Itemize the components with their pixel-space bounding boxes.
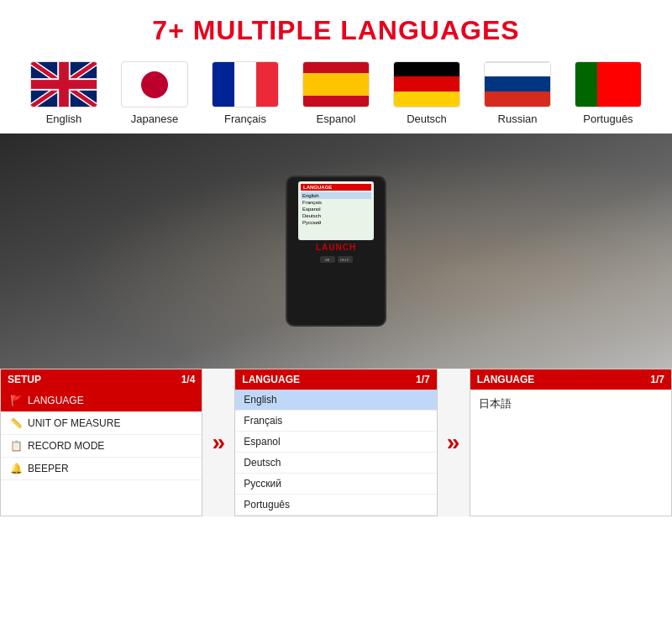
setup-panel-content: 🚩 LANGUAGE 📏 UNIT OF MEASURE 📋 RECORD MO…	[1, 390, 202, 480]
screen-item-english: English	[301, 192, 371, 199]
lang-label-english: English	[244, 394, 276, 406]
device-screen-header: LANGUAGE	[301, 184, 371, 191]
device-brand-label: LAUNCH	[316, 243, 356, 252]
setup-panel: SETUP 1/4 🚩 LANGUAGE 📏 UNIT OF MEASURE 📋…	[0, 369, 202, 516]
record-icon: 📋	[9, 440, 23, 452]
flag-fr-white	[234, 61, 255, 107]
setup-item-record-label: RECORD MODE	[28, 440, 104, 452]
arrow-divider-1: »	[202, 369, 234, 516]
beeper-icon: 🔔	[9, 463, 23, 474]
flag-es-yellow	[302, 73, 370, 95]
flag-ru-white	[484, 62, 551, 76]
car-section: LANGUAGE English Français Espanol Deutsc…	[0, 134, 672, 369]
device-mockup: LANGUAGE English Français Espanol Deutsc…	[286, 175, 386, 327]
device-btn-ok: I/M	[320, 256, 335, 263]
device-buttons: I/M HELP	[320, 256, 353, 263]
setup-panel-header: SETUP 1/4	[1, 369, 202, 390]
flag-item-english: English	[26, 61, 102, 125]
language-panel-1-content: English Français Espanol Deutsch Русский…	[235, 390, 436, 516]
flag-de-gold	[393, 92, 460, 107]
flag-label-portugues: Português	[583, 113, 633, 125]
setup-item-record[interactable]: 📋 RECORD MODE	[1, 435, 202, 458]
flag-pt	[575, 61, 642, 107]
lang-label-russian: Русский	[244, 478, 281, 490]
flag-ru-red	[484, 92, 551, 107]
jp-item-japanese[interactable]: 日本語	[470, 390, 671, 418]
flag-jp	[121, 61, 188, 107]
language-panel-1-header: LANGUAGE 1/7	[235, 369, 436, 390]
flag-pt-red	[597, 61, 641, 107]
setup-item-language-label: LANGUAGE	[28, 395, 84, 406]
language-panel-2-header: LANGUAGE 1/7	[470, 369, 671, 390]
flag-uk	[30, 61, 97, 107]
setup-item-language[interactable]: 🚩 LANGUAGE	[1, 390, 202, 412]
device-screen: LANGUAGE English Français Espanol Deutsc…	[298, 181, 374, 240]
language-icon: 🚩	[9, 395, 23, 406]
flag-de-black	[393, 62, 460, 76]
language-panel-1: LANGUAGE 1/7 English Français Espanol De…	[234, 369, 437, 516]
flag-de	[393, 61, 460, 107]
setup-item-beeper-label: BEEPER	[28, 463, 69, 474]
setup-item-unit-label: UNIT OF MEASURE	[28, 417, 120, 429]
flag-item-japanese: Japanese	[117, 61, 192, 125]
setup-item-unit[interactable]: 📏 UNIT OF MEASURE	[1, 412, 202, 435]
flag-fr-red	[256, 61, 278, 107]
setup-panel-counter: 1/4	[181, 374, 196, 385]
lang-item-russian[interactable]: Русский	[235, 474, 436, 495]
language-panel-1-title: LANGUAGE	[242, 374, 300, 385]
language-panel-1-counter: 1/7	[416, 374, 430, 385]
flag-label-deutsch: Deutsch	[407, 113, 447, 125]
flag-de-red	[393, 76, 460, 91]
lang-item-francais[interactable]: Français	[235, 411, 436, 432]
screen-item-deutsch: Deutsch	[301, 212, 371, 219]
screen-item-espanol: Espanol	[301, 206, 371, 212]
flag-es-red1	[302, 62, 370, 73]
language-panel-2: LANGUAGE 1/7 日本語	[470, 369, 672, 516]
lang-label-francais: Français	[244, 415, 282, 427]
language-panel-2-counter: 1/7	[650, 374, 664, 385]
flag-jp-circle	[141, 71, 168, 98]
flags-row: English Japanese Français Espanol	[0, 55, 672, 134]
jp-item-label: 日本語	[479, 397, 512, 410]
language-panel-2-content: 日本語	[470, 390, 671, 418]
flag-item-deutsch: Deutsch	[389, 61, 465, 125]
lang-item-deutsch[interactable]: Deutsch	[235, 453, 436, 474]
bottom-panels: SETUP 1/4 🚩 LANGUAGE 📏 UNIT OF MEASURE 📋…	[0, 369, 672, 516]
title-section: 7+ MULTIPLE LANGUAGES	[0, 0, 672, 55]
setup-panel-title: SETUP	[8, 374, 41, 385]
flag-es-red2	[302, 96, 370, 107]
setup-item-beeper[interactable]: 🔔 BEEPER	[1, 458, 202, 480]
flag-item-portugues: Português	[570, 61, 646, 125]
lang-label-portugues: Português	[244, 499, 290, 511]
lang-item-english[interactable]: English	[235, 390, 436, 411]
device-btn-help: HELP	[338, 256, 353, 263]
language-panel-2-title: LANGUAGE	[477, 374, 535, 385]
flag-pt-green	[575, 61, 597, 107]
lang-label-deutsch: Deutsch	[244, 457, 281, 469]
unit-icon: 📏	[9, 417, 23, 429]
flag-label-russian: Russian	[498, 113, 538, 125]
flag-label-espanol: Espanol	[317, 113, 356, 125]
flag-ru-blue	[484, 76, 551, 91]
svg-rect-8	[31, 80, 97, 89]
lang-item-espanol[interactable]: Espanol	[235, 432, 436, 453]
flag-label-francais: Français	[224, 113, 266, 125]
flag-item-espanol: Espanol	[298, 61, 374, 125]
screen-item-francais: Français	[301, 199, 371, 206]
flag-label-japanese: Japanese	[131, 113, 178, 125]
flag-es	[302, 61, 370, 107]
flag-item-francais: Français	[207, 61, 283, 125]
arrow-divider-2: »	[438, 369, 470, 516]
page-title: 7+ MULTIPLE LANGUAGES	[0, 15, 672, 46]
screen-item-russian: Русский	[301, 219, 371, 226]
flag-fr	[212, 61, 279, 107]
lang-label-espanol: Espanol	[244, 436, 280, 448]
flag-fr-blue	[213, 61, 234, 107]
flag-item-russian: Russian	[480, 61, 555, 125]
flag-label-english: English	[46, 113, 82, 125]
flag-ru	[484, 61, 551, 107]
lang-item-portugues[interactable]: Português	[235, 495, 436, 516]
